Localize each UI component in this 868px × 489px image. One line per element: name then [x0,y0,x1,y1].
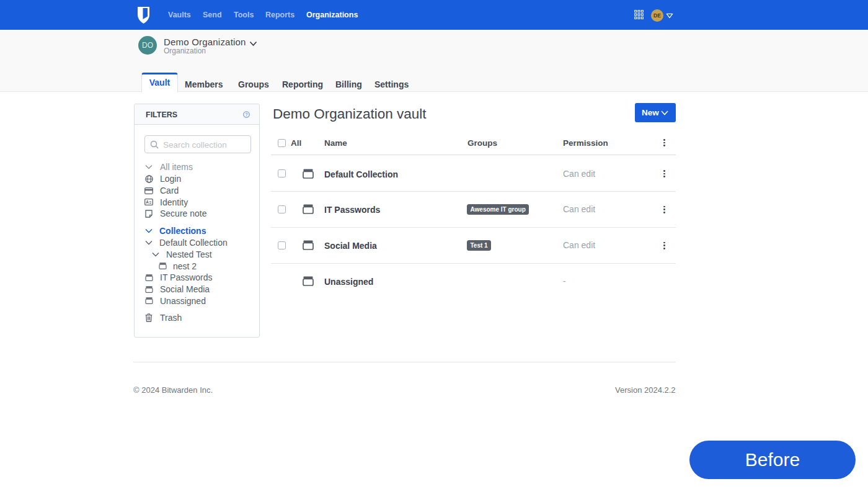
svg-text:?: ? [245,112,248,117]
svg-text:A: A [146,200,149,204]
